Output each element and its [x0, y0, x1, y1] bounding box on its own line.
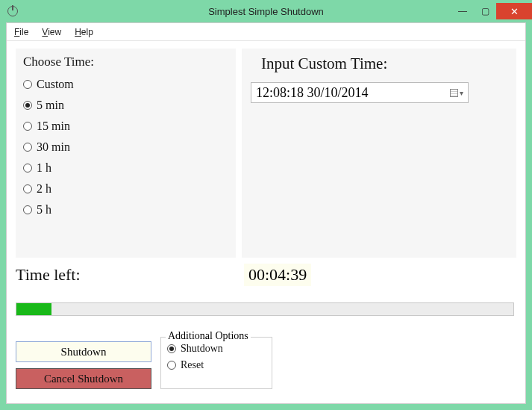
shutdown-button[interactable]: Shutdown [16, 341, 151, 362]
radio-icon [23, 101, 32, 110]
menu-help[interactable]: Help [75, 27, 93, 37]
radio-1h[interactable]: 1 h [23, 158, 228, 178]
radio-30min[interactable]: 30 min [23, 137, 228, 158]
radio-opt-reset[interactable]: Reset [167, 357, 266, 373]
client-area: File View Help Choose Time: Custom 5 min [6, 22, 526, 404]
menu-view[interactable]: View [42, 27, 61, 37]
choose-time-label: Choose Time: [23, 55, 228, 69]
app-window: Simplest Simple Shutdown — ▢ ✕ File View… [0, 0, 532, 410]
additional-options-legend: Additional Options [166, 330, 251, 342]
radio-label: Custom [37, 78, 74, 91]
titlebar[interactable]: Simplest Simple Shutdown — ▢ ✕ [0, 0, 532, 22]
radio-icon [167, 344, 176, 353]
custom-time-value: 12:08:18 30/10/2014 [256, 85, 369, 101]
radio-icon [23, 122, 32, 131]
window-title: Simplest Simple Shutdown [0, 6, 532, 17]
chevron-down-icon: ▾ [460, 89, 463, 97]
radio-label: 1 h [37, 161, 51, 175]
time-left-label: Time left: [16, 265, 81, 285]
radio-label: Shutdown [181, 343, 223, 355]
radio-label: 15 min [37, 119, 70, 133]
radio-opt-shutdown[interactable]: Shutdown [167, 341, 266, 357]
radio-icon [167, 361, 176, 370]
progress-fill [16, 303, 51, 315]
radio-icon [23, 80, 32, 89]
radio-5min[interactable]: 5 min [23, 95, 228, 116]
datetime-dropdown[interactable]: ▾ [450, 89, 463, 97]
radio-label: 2 h [37, 182, 51, 196]
bottom-row: Shutdown Cancel Shutdown Additional Opti… [16, 341, 272, 389]
custom-time-panel: Input Custom Time: 12:08:18 30/10/2014 ▾ [242, 49, 516, 258]
radio-label: Reset [181, 359, 204, 371]
menubar: File View Help [7, 23, 525, 41]
radio-label: 5 min [37, 99, 64, 112]
button-column: Shutdown Cancel Shutdown [16, 341, 151, 389]
custom-time-input[interactable]: 12:08:18 30/10/2014 ▾ [251, 82, 469, 103]
time-left-value: 00:04:39 [244, 264, 311, 286]
radio-15min[interactable]: 15 min [23, 116, 228, 137]
additional-options-group: Additional Options Shutdown Reset [160, 337, 272, 389]
radio-label: 5 h [37, 203, 51, 217]
time-left-row: Time left: 00:04:39 [16, 265, 517, 285]
choose-time-panel: Choose Time: Custom 5 min 15 min [16, 49, 236, 258]
cancel-shutdown-button[interactable]: Cancel Shutdown [16, 368, 151, 389]
menu-file[interactable]: File [14, 27, 28, 37]
radio-custom[interactable]: Custom [23, 74, 228, 95]
radio-icon [23, 143, 32, 152]
calendar-icon [450, 89, 458, 97]
time-radio-group: Custom 5 min 15 min 30 min [23, 74, 228, 220]
radio-icon [23, 205, 32, 214]
radio-icon [23, 164, 32, 173]
radio-label: 30 min [37, 140, 70, 154]
radio-2h[interactable]: 2 h [23, 178, 228, 199]
custom-time-label: Input Custom Time: [261, 55, 507, 73]
progress-bar [16, 302, 514, 316]
radio-5h[interactable]: 5 h [23, 199, 228, 220]
radio-icon [23, 184, 32, 193]
content-area: Choose Time: Custom 5 min 15 min [7, 41, 525, 403]
